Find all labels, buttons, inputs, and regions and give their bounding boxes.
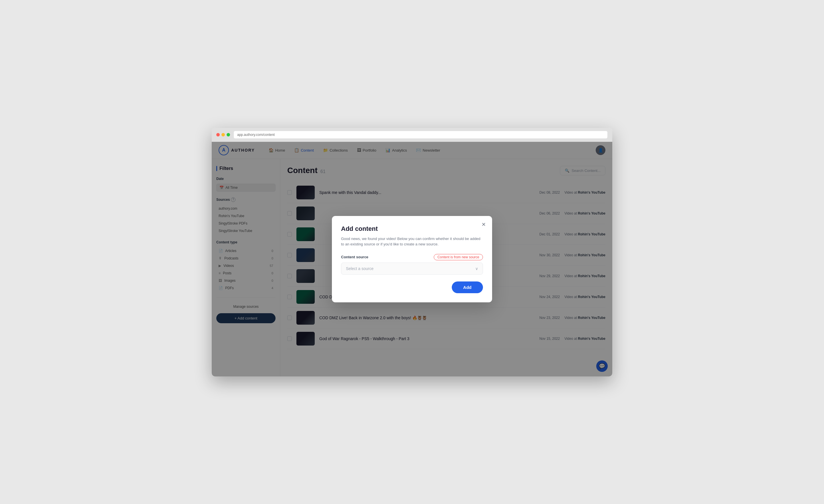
add-content-modal: ✕ Add content Good news, we found your v… [332,216,492,302]
modal-add-button[interactable]: Add [452,282,483,293]
modal-close-button[interactable]: ✕ [480,220,488,228]
maximize-button[interactable] [227,133,230,136]
modal-backdrop: ✕ Add content Good news, we found your v… [212,142,612,377]
modal-title: Add content [341,225,483,232]
traffic-lights [216,133,230,136]
field-label-row: Content source Content is from new sourc… [341,254,483,260]
modal-description: Good news, we found your video! Below yo… [341,236,483,247]
new-source-badge[interactable]: Content is from new source [434,254,483,260]
close-button[interactable] [216,133,220,136]
address-bar[interactable]: app.authory.com/content [233,131,608,139]
app-container: A AUTHORY 🏠 Home 📋 Content 📁 Collections [212,142,612,377]
browser-chrome: app.authory.com/content [212,128,612,142]
source-select-dropdown[interactable]: Select a source ∨ [341,263,483,275]
minimize-button[interactable] [221,133,225,136]
chevron-down-icon: ∨ [475,266,478,271]
field-label-text: Content source [341,255,368,259]
